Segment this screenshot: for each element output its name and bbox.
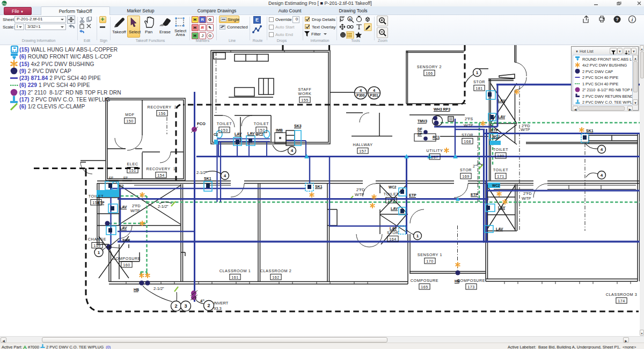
svg-text:4”: 4” <box>200 299 204 303</box>
svg-text:LAV: LAV <box>390 227 397 230</box>
svg-text:2”FS: 2”FS <box>465 117 473 121</box>
svg-text:(15) 4x2 PVC DWV BUSHING: (15) 4x2 PVC DWV BUSHING <box>19 61 94 67</box>
svg-text:173: 173 <box>467 285 475 289</box>
svg-text:C2: C2 <box>119 184 124 188</box>
svg-text:2”FD: 2”FD <box>356 188 365 192</box>
svg-text:(23) 871.84 2 PVC SCH 40 PIPE: (23) 871.84 2 PVC SCH 40 PIPE <box>19 75 101 81</box>
svg-text:DF: DF <box>418 127 422 131</box>
svg-text:2”FD: 2”FD <box>132 204 141 208</box>
svg-text:3: 3 <box>184 303 187 309</box>
svg-text:STOR: STOR <box>462 133 473 137</box>
svg-text:ETP: ETP <box>471 193 478 197</box>
svg-text:LAV: LAV <box>498 99 506 103</box>
svg-text:STOR: STOR <box>460 168 472 172</box>
svg-text:HB: HB <box>134 288 139 292</box>
svg-text:SK1: SK1 <box>315 185 323 188</box>
svg-text:ETP: ETP <box>409 193 416 197</box>
svg-text:2: 2 <box>174 303 177 309</box>
svg-text:153: 153 <box>221 128 228 133</box>
svg-text:LAV: LAV <box>498 206 506 209</box>
svg-text:170: 170 <box>426 259 434 264</box>
svg-text:STOR: STOR <box>473 79 485 84</box>
svg-text:W/TP: W/TP <box>355 193 364 197</box>
svg-text:(6) 229 1 PVC SCH 40 PIPE: (6) 229 1 PVC SCH 40 PIPE <box>19 82 90 88</box>
svg-text:4x2 PVC DWV BUSHING: 4x2 PVC DWV BUSHING <box>582 63 627 68</box>
svg-text:LAV: LAV <box>496 227 503 231</box>
svg-text:i: i <box>632 17 633 23</box>
svg-text:W/TP: W/TP <box>130 209 140 213</box>
svg-text:151: 151 <box>129 168 136 173</box>
svg-text:WC2: WC2 <box>255 133 264 136</box>
svg-text:181: 181 <box>475 86 483 91</box>
svg-text:WC2: WC2 <box>492 135 500 139</box>
svg-text:SHR: SHR <box>122 238 130 242</box>
svg-text:(6) ROUND FRONT W/C ABS L-COP: (6) ROUND FRONT W/C ABS L-COP <box>19 54 112 60</box>
svg-text:167: 167 <box>431 155 438 159</box>
svg-text:WC2: WC2 <box>389 185 397 189</box>
svg-text:LAV: LAV <box>120 205 127 209</box>
svg-text:WC2: WC2 <box>492 184 500 187</box>
svg-text:IMB: IMB <box>276 128 283 132</box>
svg-text:P301: P301 <box>370 93 378 97</box>
svg-text:171: 171 <box>497 174 504 179</box>
svg-text:160: 160 <box>123 263 130 267</box>
svg-text:COMPOSURE: COMPOSURE <box>411 278 439 283</box>
svg-text:TOILET: TOILET <box>384 192 399 197</box>
svg-text:LAV: LAV <box>247 132 255 135</box>
svg-text:4: 4 <box>601 147 603 152</box>
svg-text:TOILET: TOILET <box>217 121 232 126</box>
svg-text:2”FD: 2”FD <box>523 192 532 195</box>
svg-text:COMPOSURE: COMPOSURE <box>457 278 486 283</box>
svg-text:EP: EP <box>109 176 113 179</box>
svg-text:MDF: MDF <box>125 112 134 117</box>
svg-text:ROUND FRONT W/C ABS L-C: ROUND FRONT W/C ABS L-C <box>582 57 632 62</box>
svg-text:161: 161 <box>231 275 239 280</box>
svg-text:157: 157 <box>359 149 367 154</box>
svg-text:1: 1 <box>98 250 100 255</box>
svg-text:A: A <box>349 18 351 21</box>
svg-text:TOILET: TOILET <box>89 194 104 199</box>
svg-text:162: 162 <box>272 275 280 280</box>
svg-text:2-1/2”: 2-1/2” <box>196 170 207 175</box>
svg-text:159: 159 <box>93 243 101 248</box>
svg-text:W/TP: W/TP <box>522 197 531 200</box>
svg-text:INVERT: INVERT <box>214 301 229 306</box>
svg-text:CLASSROOM 1: CLASSROOM 1 <box>219 268 251 273</box>
svg-text:ELEC: ELEC <box>127 162 138 166</box>
svg-text:4: 4 <box>224 173 226 178</box>
svg-text:WH3 RP3: WH3 RP3 <box>434 107 450 111</box>
svg-text:LAV: LAV <box>391 207 398 210</box>
svg-text:SENSORY 2: SENSORY 2 <box>417 64 442 69</box>
svg-text:EP: EP <box>123 176 128 179</box>
svg-text:154: 154 <box>157 173 165 178</box>
svg-text:CHANGE: CHANGE <box>88 237 106 242</box>
svg-text:2-1/2”: 2-1/2” <box>153 286 164 291</box>
svg-text:2”: 2” <box>473 164 477 169</box>
svg-text:4: 4 <box>601 173 603 178</box>
svg-text:2” 2110 8-1/2” RD NB TOP F: 2” 2110 8-1/2” RD NB TOP F <box>582 88 632 92</box>
svg-text:LAV: LAV <box>498 115 506 119</box>
svg-text:2 PVC SCH 40 PIPE: 2 PVC SCH 40 PIPE <box>582 75 618 80</box>
svg-text:RECOVERY 1: RECOVERY 1 <box>147 166 176 171</box>
svg-text:COMPOSURE: COMPOSURE <box>113 256 141 261</box>
svg-text:SK1: SK1 <box>204 177 211 180</box>
svg-text:152: 152 <box>258 128 265 133</box>
svg-text:TOILET: TOILET <box>493 168 509 172</box>
svg-text:174: 174 <box>618 299 625 303</box>
svg-text:TOILET: TOILET <box>493 147 509 152</box>
svg-text:155: 155 <box>301 98 309 103</box>
svg-text:163: 163 <box>387 198 395 203</box>
svg-text:W/TP: W/TP <box>521 128 530 132</box>
svg-text:TMV3: TMV3 <box>418 119 427 123</box>
svg-text:CLASSROOM 2: CLASSROOM 2 <box>260 268 292 273</box>
svg-text:164: 164 <box>389 237 397 242</box>
svg-text:LAV: LAV <box>235 132 242 136</box>
svg-text:2-1/2”: 2-1/2” <box>158 204 169 209</box>
svg-text:C2: C2 <box>214 133 218 136</box>
svg-text:1: 1 <box>416 234 419 238</box>
svg-text:180: 180 <box>497 154 504 158</box>
svg-text:DF: DF <box>418 132 422 136</box>
svg-text:93.3: 93.3 <box>214 306 222 311</box>
svg-text:HALLWAY: HALLWAY <box>353 142 372 147</box>
svg-text:WORK: WORK <box>298 91 312 96</box>
